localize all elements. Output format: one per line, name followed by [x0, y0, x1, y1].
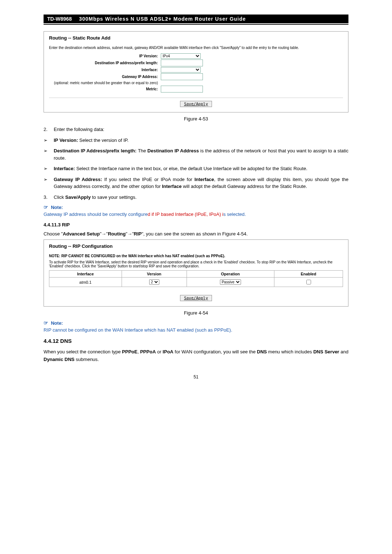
rip-table: Interface Version Operation Enabled atm0… — [49, 270, 343, 287]
note-body: RIP cannot be configured on the WAN Inte… — [44, 327, 348, 333]
gateway-label: Gateway IP Address: — [122, 75, 158, 79]
rip-note-bold: NOTE: RIP CANNOT BE CONFIGURED on the WA… — [49, 254, 343, 258]
col-operation: Operation — [187, 271, 274, 278]
figure-4-54-caption: Figure 4-54 — [44, 310, 348, 316]
col-version: Version — [122, 271, 187, 278]
rip-intro-text: Choose "Advanced Setup"→"Routing"→"RIP",… — [44, 231, 348, 237]
col-enabled: Enabled — [274, 271, 343, 278]
metric-label: Metric: — [146, 87, 158, 91]
doc-title: 300Mbps Wireless N USB ADSL2+ Modem Rout… — [75, 15, 348, 23]
save-apply-button[interactable]: Save/Apply — [180, 101, 212, 107]
cell-interface: atm0.1 — [49, 278, 122, 287]
col-interface: Interface — [49, 271, 122, 278]
list-item: 2. Enter the following data: — [44, 126, 348, 133]
ip-version-select[interactable]: IPv4 — [161, 53, 201, 59]
metric-input[interactable] — [161, 86, 203, 93]
enabled-checkbox[interactable] — [306, 280, 311, 284]
rip-panel-title: Routing -- RIP Configuration — [49, 243, 343, 249]
static-route-panel: Routing -- Static Route Add Enter the de… — [44, 31, 348, 112]
bullet-icon: ➢ — [44, 176, 54, 190]
list-item: ➢ Interface: Select the Interface name i… — [44, 165, 348, 172]
list-item: ➢ Gateway IP Address: If you select the … — [44, 176, 348, 190]
note-heading: ☞ Note: — [44, 204, 348, 210]
figure-4-53-caption: Figure 4-53 — [44, 116, 348, 122]
bullet-icon: ➢ — [44, 137, 54, 144]
pointing-hand-icon: ☞ — [44, 204, 48, 210]
rip-config-panel: Routing -- RIP Configuration NOTE: RIP C… — [44, 239, 348, 307]
rip-note: To activate RIP for the WAN Interface, s… — [49, 260, 343, 268]
interface-select[interactable] — [161, 67, 201, 73]
doc-header: TD-W8968 300Mbps Wireless N USB ADSL2+ M… — [44, 15, 348, 25]
save-apply-button[interactable]: Save/Apply — [180, 295, 212, 301]
list-item: 3. Click Save/Apply to save your setting… — [44, 194, 348, 201]
list-item: ➢ Destination IP Address/prefix length: … — [44, 147, 348, 161]
static-route-panel-title: Routing -- Static Route Add — [49, 35, 343, 41]
metric-note-label: (optional: metric number should be great… — [49, 81, 161, 85]
list-item: ➢ IP Version: Select the version of IP. — [44, 137, 348, 144]
note-heading: ☞ Note: — [44, 320, 348, 326]
operation-select[interactable]: Passive — [220, 279, 241, 285]
note-body: Gateway IP address should be correctly c… — [44, 212, 348, 217]
dest-ip-label: Destination IP address/prefix length: — [95, 61, 158, 65]
gateway-input[interactable] — [161, 73, 203, 80]
page-number: 51 — [44, 374, 348, 379]
interface-label: Interface: — [142, 68, 158, 72]
model-badge: TD-W8968 — [44, 15, 75, 23]
bullet-icon: ➢ — [44, 147, 54, 161]
section-4-4-12: 4.4.12 DNS — [44, 338, 348, 344]
version-select[interactable]: 2 — [149, 279, 159, 285]
static-route-panel-desc: Enter the destination network address, s… — [49, 46, 343, 50]
table-row: atm0.1 2 Passive — [49, 278, 343, 287]
bullet-icon: ➢ — [44, 165, 54, 172]
section-4-4-11-3: 4.4.11.3 RIP — [44, 222, 348, 227]
dest-ip-input[interactable] — [161, 59, 203, 66]
ip-version-label: IP Version: — [139, 54, 158, 58]
dns-paragraph: When you select the connection type PPPo… — [44, 348, 348, 364]
pointing-hand-icon: ☞ — [44, 320, 48, 326]
